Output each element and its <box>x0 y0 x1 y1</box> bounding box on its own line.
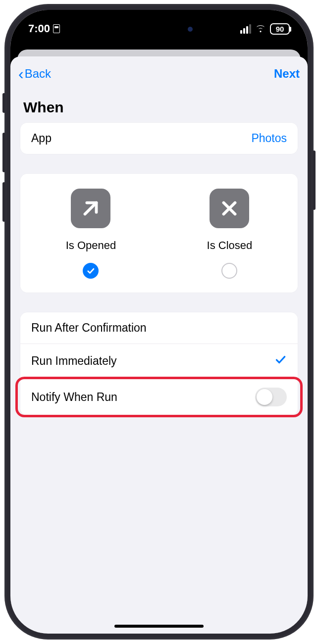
automation-sheet: ‹ Back Next When App Photos <box>10 56 308 634</box>
check-icon <box>86 266 95 275</box>
run-immediately-row[interactable]: Run Immediately <box>20 344 298 378</box>
cellular-icon <box>240 24 251 34</box>
run-options-card: Run After Confirmation Run Immediately N… <box>20 312 298 415</box>
close-app-icon <box>210 189 249 228</box>
trigger-is-closed[interactable]: Is Closed <box>207 189 253 279</box>
battery-indicator: 90 <box>270 23 290 35</box>
wifi-icon <box>255 22 266 35</box>
app-selector-card: App Photos <box>20 123 298 154</box>
notify-label: Notify When Run <box>31 391 117 404</box>
run-confirm-label: Run After Confirmation <box>31 321 147 335</box>
power-button <box>313 150 316 210</box>
notify-toggle[interactable] <box>255 388 287 406</box>
open-app-icon <box>71 189 110 228</box>
trigger-is-opened[interactable]: Is Opened <box>66 189 116 279</box>
trigger-opened-label: Is Opened <box>66 239 116 252</box>
sheet-content: When App Photos <box>10 91 308 415</box>
trigger-closed-label: Is Closed <box>207 239 253 252</box>
run-after-confirmation-row[interactable]: Run After Confirmation <box>20 312 298 344</box>
status-left: 7:00 <box>28 22 60 35</box>
trigger-card: Is Opened Is Closed <box>20 174 298 293</box>
chevron-left-icon: ‹ <box>18 66 24 82</box>
trigger-closed-radio[interactable] <box>221 263 237 279</box>
phone-screen: 7:00 90 ‹ Back <box>10 10 308 634</box>
svg-line-0 <box>85 203 97 214</box>
status-right: 90 <box>240 22 290 35</box>
app-selector-row[interactable]: App Photos <box>20 123 298 154</box>
page-title: When <box>20 91 298 123</box>
back-button[interactable]: ‹ Back <box>18 66 51 82</box>
app-selector-label: App <box>31 132 52 145</box>
dynamic-island <box>116 19 202 40</box>
side-button <box>2 93 5 113</box>
phone-frame: 7:00 90 ‹ Back <box>4 4 314 640</box>
modal-stack: ‹ Back Next When App Photos <box>10 45 308 634</box>
home-indicator[interactable] <box>114 625 204 628</box>
status-time: 7:00 <box>28 22 50 35</box>
camera-dot-icon <box>188 27 193 32</box>
volume-up-button <box>2 133 5 172</box>
run-immediate-label: Run Immediately <box>31 354 117 368</box>
back-label: Back <box>25 67 51 81</box>
notify-when-run-row[interactable]: Notify When Run <box>20 378 298 415</box>
trigger-opened-radio[interactable] <box>83 263 99 279</box>
check-icon <box>274 353 287 369</box>
app-selector-value: Photos <box>251 132 287 145</box>
volume-down-button <box>2 182 5 222</box>
nav-bar: ‹ Back Next <box>10 56 308 91</box>
id-card-icon <box>53 24 60 33</box>
next-button[interactable]: Next <box>274 67 300 81</box>
toggle-knob <box>257 389 272 405</box>
